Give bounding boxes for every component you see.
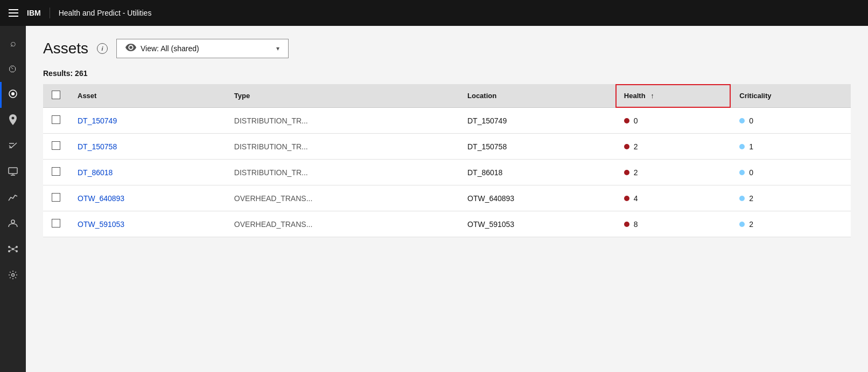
health-status-dot — [624, 170, 629, 175]
health-status-dot — [624, 144, 629, 149]
health-status-dot — [624, 222, 629, 227]
criticality-cell: 2 — [731, 211, 851, 237]
sidebar-item-users[interactable] — [0, 211, 26, 237]
network-icon — [8, 245, 18, 256]
criticality-status-dot — [739, 144, 745, 149]
results-bar: Results: 261 — [43, 69, 851, 78]
asset-cell: OTW_591053 — [69, 211, 226, 237]
search-icon: ⌕ — [10, 38, 16, 49]
criticality-cell: 2 — [731, 185, 851, 211]
row-checkbox[interactable] — [52, 115, 60, 124]
column-header-criticality[interactable]: Criticality — [731, 84, 851, 108]
asset-link[interactable]: OTW_591053 — [78, 220, 124, 229]
sidebar-item-location[interactable] — [0, 108, 26, 134]
table-row: OTW_640893OVERHEAD_TRANS...OTW_64089342 — [43, 185, 851, 211]
table-row: DT_86018DISTRIBUTION_TR...DT_8601820 — [43, 160, 851, 185]
sidebar-item-settings[interactable] — [0, 263, 26, 289]
main-content: Assets i View: All (shared) ▾ Results: 2… — [26, 26, 868, 372]
criticality-status-dot — [739, 170, 745, 175]
info-icon[interactable]: i — [97, 43, 108, 54]
row-checkbox[interactable] — [52, 141, 60, 150]
svg-line-16 — [13, 249, 17, 251]
type-cell: DISTRIBUTION_TR... — [226, 108, 459, 134]
sidebar: ⌕ ⏲ — [0, 26, 26, 372]
table-header-row: Asset Type Location Health ↑ Criticality — [43, 84, 851, 108]
topbar: IBM Health and Predict - Utilities — [0, 0, 868, 26]
asset-link[interactable]: DT_150749 — [78, 116, 117, 125]
type-cell: DISTRIBUTION_TR... — [226, 160, 459, 185]
criticality-status-dot — [739, 118, 745, 123]
assets-icon — [8, 89, 18, 101]
svg-point-1 — [11, 92, 15, 95]
health-value: 4 — [634, 194, 638, 203]
asset-link[interactable]: DT_150758 — [78, 142, 117, 151]
criticality-value: 0 — [749, 116, 753, 125]
settings-icon — [8, 270, 18, 283]
sort-arrow-icon: ↑ — [650, 92, 654, 100]
sidebar-item-assets[interactable] — [0, 82, 26, 108]
sidebar-item-history[interactable]: ⏲ — [0, 56, 26, 82]
criticality-value: 0 — [749, 168, 753, 177]
column-header-asset[interactable]: Asset — [69, 84, 226, 108]
type-cell: DISTRIBUTION_TR... — [226, 134, 459, 160]
type-cell: OVERHEAD_TRANS... — [226, 185, 459, 211]
history-icon: ⏲ — [8, 64, 18, 75]
criticality-status-dot — [739, 196, 745, 201]
sidebar-item-search[interactable]: ⌕ — [0, 30, 26, 56]
criticality-status-dot — [739, 222, 745, 227]
health-cell: 0 — [615, 108, 731, 134]
column-header-health[interactable]: Health ↑ — [615, 84, 731, 108]
menu-icon[interactable] — [9, 9, 18, 17]
page-title: Assets — [43, 40, 88, 57]
sidebar-item-network[interactable] — [0, 237, 26, 263]
app-title: Health and Predict - Utilities — [59, 9, 152, 17]
row-checkbox[interactable] — [52, 193, 60, 202]
location-cell: OTW_640893 — [459, 185, 615, 211]
location-icon — [9, 114, 17, 128]
asset-cell: OTW_640893 — [69, 185, 226, 211]
health-cell: 2 — [615, 134, 731, 160]
monitor-icon — [8, 167, 18, 178]
row-checkbox[interactable] — [52, 167, 60, 176]
sidebar-item-monitor[interactable] — [0, 160, 26, 185]
criticality-cell: 1 — [731, 134, 851, 160]
svg-point-7 — [11, 220, 15, 223]
criticality-value: 2 — [749, 194, 753, 203]
location-cell: DT_150749 — [459, 108, 615, 134]
criticality-value: 1 — [749, 142, 753, 151]
chevron-down-icon: ▾ — [276, 45, 279, 52]
asset-cell: DT_150749 — [69, 108, 226, 134]
select-all-checkbox[interactable] — [52, 91, 60, 99]
location-cell: OTW_591053 — [459, 211, 615, 237]
table-row: DT_150758DISTRIBUTION_TR...DT_15075821 — [43, 134, 851, 160]
svg-rect-4 — [9, 168, 17, 174]
svg-line-15 — [9, 249, 13, 251]
health-status-dot — [624, 196, 629, 201]
health-value: 2 — [634, 168, 638, 177]
location-cell: DT_86018 — [459, 160, 615, 185]
health-value: 2 — [634, 142, 638, 151]
users-icon — [8, 219, 18, 230]
type-cell: OVERHEAD_TRANS... — [226, 211, 459, 237]
criticality-cell: 0 — [731, 160, 851, 185]
criticality-value: 2 — [749, 220, 753, 229]
table-row: OTW_591053OVERHEAD_TRANS...OTW_59105382 — [43, 211, 851, 237]
topbar-divider — [50, 8, 50, 18]
health-value: 0 — [634, 116, 638, 125]
row-checkbox[interactable] — [52, 219, 60, 228]
sidebar-item-tasks[interactable] — [0, 134, 26, 160]
view-selector[interactable]: View: All (shared) ▾ — [116, 39, 289, 58]
asset-cell: DT_150758 — [69, 134, 226, 160]
analytics-icon — [8, 193, 18, 204]
asset-link[interactable]: OTW_640893 — [78, 194, 124, 203]
svg-line-13 — [9, 247, 13, 249]
column-header-location[interactable]: Location — [459, 84, 615, 108]
main-layout: ⌕ ⏲ — [0, 26, 868, 372]
svg-point-17 — [12, 273, 15, 276]
sidebar-item-analytics[interactable] — [0, 185, 26, 211]
column-header-type[interactable]: Type — [226, 84, 459, 108]
page-header: Assets i View: All (shared) ▾ — [43, 39, 851, 58]
brand-label: IBM — [27, 9, 41, 17]
svg-line-14 — [13, 247, 17, 249]
asset-link[interactable]: DT_86018 — [78, 168, 113, 177]
